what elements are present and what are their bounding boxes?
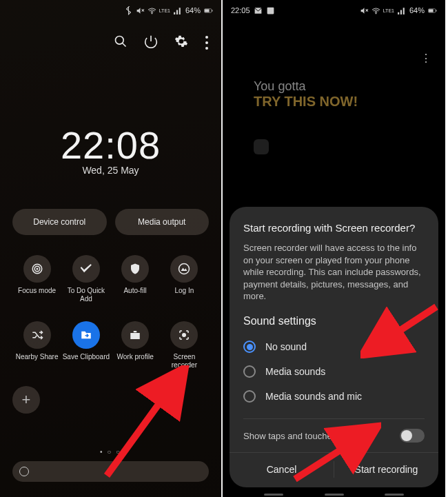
dialog-description: Screen recorder will have access to the … bbox=[243, 242, 425, 303]
tile-login[interactable]: Log In bbox=[160, 255, 209, 303]
sound-radio-group: No sound Media sounds Media sounds and m… bbox=[243, 334, 425, 409]
brightness-icon bbox=[19, 467, 29, 476]
toggle-switch[interactable] bbox=[400, 429, 425, 443]
radio-button-icon bbox=[243, 341, 256, 353]
mountain-icon bbox=[178, 263, 190, 275]
sound-settings-heading: Sound settings bbox=[243, 315, 425, 327]
radio-label: Media sounds bbox=[265, 366, 325, 377]
radio-no-sound[interactable]: No sound bbox=[243, 334, 425, 359]
show-taps-row[interactable]: Show taps and touches bbox=[243, 418, 425, 452]
status-bar: 22:05 LTE1 64% bbox=[223, 0, 445, 21]
radio-media-sounds[interactable]: Media sounds bbox=[243, 359, 425, 384]
screen-recorder-dialog: Start recording with Screen recorder? Sc… bbox=[230, 207, 438, 487]
radio-button-icon bbox=[243, 365, 256, 378]
svg-point-6 bbox=[205, 41, 208, 44]
app-notif-icon bbox=[254, 6, 263, 15]
quick-panel-pill-row: Device control Media output bbox=[12, 209, 209, 235]
dialog-button-row: Cancel Start recording bbox=[230, 452, 438, 478]
clock-date: Wed, 25 May bbox=[0, 165, 221, 176]
svg-point-5 bbox=[205, 36, 208, 39]
power-icon[interactable] bbox=[144, 34, 158, 48]
network-label: LTE1 bbox=[383, 8, 394, 13]
svg-rect-14 bbox=[267, 7, 274, 14]
wifi-icon bbox=[147, 6, 156, 15]
svg-rect-2 bbox=[205, 9, 210, 12]
nav-home[interactable] bbox=[325, 494, 344, 496]
svg-rect-3 bbox=[212, 10, 212, 11]
tile-label: Nearby Share bbox=[16, 353, 59, 369]
battery-icon bbox=[204, 6, 213, 15]
status-bar: LTE1 64% bbox=[0, 0, 221, 21]
mute-icon bbox=[360, 6, 369, 15]
tile-focus-mode[interactable]: Focus mode bbox=[12, 255, 61, 303]
show-taps-label: Show taps and touches bbox=[243, 431, 336, 441]
brightness-slider[interactable] bbox=[12, 461, 209, 482]
tile-label: Screen recorder bbox=[160, 353, 209, 369]
tile-todo-quick-add[interactable]: To Do Quick Add bbox=[61, 255, 110, 303]
svg-point-12 bbox=[183, 334, 186, 337]
start-recording-button[interactable]: Start recording bbox=[334, 461, 438, 478]
dialog-title: Start recording with Screen recorder? bbox=[243, 222, 425, 234]
tile-screen-recorder[interactable]: Screen recorder bbox=[160, 321, 209, 369]
wifi-icon bbox=[371, 6, 380, 15]
radio-media-and-mic[interactable]: Media sounds and mic bbox=[243, 384, 425, 409]
add-tile-button[interactable]: + bbox=[12, 386, 40, 414]
phone-screen-quick-settings: LTE1 64% 22:08 Wed, 25 May Device contro… bbox=[0, 0, 223, 497]
battery-percent: 64% bbox=[409, 6, 425, 14]
page-indicator: • ○ ○ bbox=[0, 448, 221, 456]
quick-panel-top-actions bbox=[114, 34, 209, 48]
search-icon[interactable] bbox=[114, 34, 128, 48]
shield-icon bbox=[129, 263, 141, 275]
nav-recents[interactable] bbox=[264, 494, 283, 496]
radio-label: No sound bbox=[265, 341, 307, 352]
mute-icon bbox=[136, 6, 145, 15]
briefcase-icon bbox=[129, 329, 141, 341]
device-control-button[interactable]: Device control bbox=[12, 209, 107, 235]
battery-percent: 64% bbox=[185, 6, 201, 14]
phone-screen-dialog: 22:05 LTE1 64% ⋮ You gotta TRY THIS NOW!… bbox=[223, 0, 445, 497]
network-label: LTE1 bbox=[159, 8, 170, 13]
android-nav-bar bbox=[223, 494, 445, 496]
image-notif-icon bbox=[266, 6, 275, 15]
tile-save-clipboard[interactable]: Save Clipboard bbox=[61, 321, 110, 369]
more-icon[interactable] bbox=[205, 34, 209, 48]
battery-icon bbox=[428, 6, 437, 15]
tile-label: Log In bbox=[174, 287, 194, 303]
svg-rect-17 bbox=[429, 9, 434, 12]
media-output-button[interactable]: Media output bbox=[115, 209, 210, 235]
svg-point-10 bbox=[37, 268, 38, 270]
folder-icon bbox=[80, 329, 92, 341]
status-time: 22:05 bbox=[231, 6, 250, 15]
gear-icon[interactable] bbox=[174, 34, 188, 48]
radio-button-icon bbox=[243, 390, 256, 403]
clock-time: 22:08 bbox=[0, 123, 221, 168]
bluetooth-off-icon bbox=[124, 6, 133, 15]
clock: 22:08 Wed, 25 May bbox=[0, 123, 221, 176]
svg-rect-18 bbox=[436, 10, 436, 11]
svg-point-0 bbox=[152, 12, 152, 13]
cancel-button[interactable]: Cancel bbox=[230, 461, 334, 478]
background-hero-text: You gotta TRY THIS NOW! bbox=[254, 79, 358, 110]
quick-tiles-grid: Focus mode To Do Quick Add Auto-fill Log… bbox=[12, 255, 209, 369]
tile-label: Auto-fill bbox=[123, 287, 146, 303]
tile-autofill[interactable]: Auto-fill bbox=[111, 255, 160, 303]
more-icon[interactable]: ⋮ bbox=[420, 52, 431, 65]
signal-icon bbox=[397, 6, 406, 15]
svg-point-4 bbox=[116, 37, 124, 45]
tile-label: Focus mode bbox=[18, 287, 56, 303]
dim-overlay bbox=[0, 0, 221, 497]
svg-point-11 bbox=[179, 264, 190, 274]
tile-nearby-share[interactable]: Nearby Share bbox=[12, 321, 61, 369]
check-icon bbox=[80, 263, 92, 275]
svg-point-15 bbox=[376, 12, 376, 13]
svg-point-7 bbox=[205, 47, 208, 50]
tile-label: To Do Quick Add bbox=[61, 287, 110, 303]
record-icon bbox=[178, 329, 190, 341]
tile-label: Save Clipboard bbox=[63, 353, 110, 369]
shuffle-icon bbox=[31, 329, 43, 341]
tile-label: Work profile bbox=[117, 353, 154, 369]
signal-icon bbox=[173, 6, 182, 15]
radio-label: Media sounds and mic bbox=[265, 391, 362, 402]
nav-back[interactable] bbox=[385, 494, 404, 496]
tile-work-profile[interactable]: Work profile bbox=[111, 321, 160, 369]
